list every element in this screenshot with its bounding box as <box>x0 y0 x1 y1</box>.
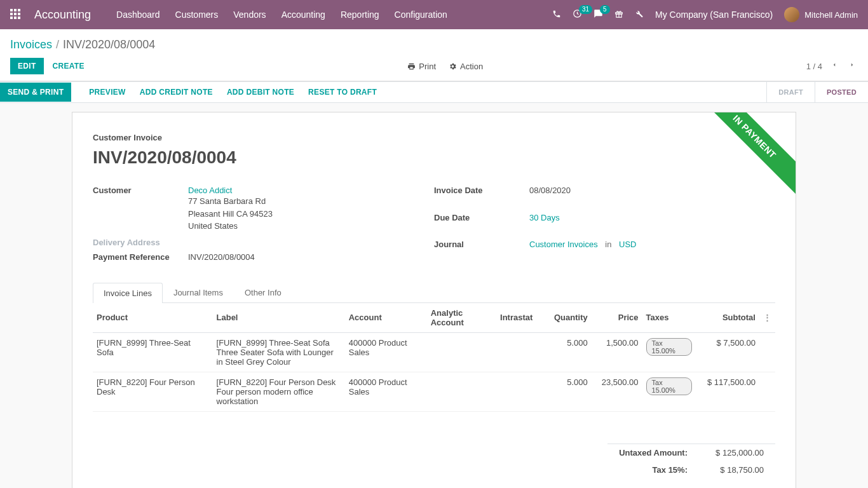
col-intrastat[interactable]: Intrastat <box>496 303 547 333</box>
due-date-label: Due Date <box>434 210 529 238</box>
stage-draft[interactable]: DRAFT <box>766 82 815 102</box>
tools-icon[interactable] <box>635 10 644 20</box>
pager-prev[interactable] <box>829 60 840 72</box>
activities-icon[interactable]: 31 <box>573 9 582 20</box>
tax-15-amount: $ 18,750.00 <box>699 461 775 478</box>
payment-reference: INV/2020/08/0004 <box>188 250 434 264</box>
reset-to-draft-button[interactable]: RESET TO DRAFT <box>308 88 377 97</box>
status-bar: SEND & PRINT PREVIEW ADD CREDIT NOTE ADD… <box>0 81 868 103</box>
delivery-address <box>188 235 434 250</box>
create-button[interactable]: CREATE <box>53 62 85 71</box>
chevron-left-icon <box>831 60 837 69</box>
menu-dashboard[interactable]: Dashboard <box>116 10 160 20</box>
breadcrumb-current: INV/2020/08/0004 <box>63 38 155 51</box>
customer-link[interactable]: Deco Addict <box>188 186 232 195</box>
pager-next[interactable] <box>846 60 858 72</box>
chevron-right-icon <box>849 60 855 69</box>
phone-icon[interactable] <box>552 10 561 20</box>
apps-icon[interactable] <box>10 9 22 20</box>
app-title: Accounting <box>34 8 91 22</box>
doc-title: INV/2020/08/0004 <box>93 147 775 168</box>
untaxed-amount: $ 125,000.00 <box>699 444 775 461</box>
breadcrumb-root[interactable]: Invoices <box>10 38 52 51</box>
tab-journal-items[interactable]: Journal Items <box>163 282 234 302</box>
form-sheet: IN PAYMENT Customer Invoice INV/2020/08/… <box>72 112 796 488</box>
tax-pill: Tax 15.00% <box>646 338 693 356</box>
col-subtotal[interactable]: Subtotal <box>696 303 759 333</box>
control-bar: Invoices / INV/2020/08/0004 EDIT CREATE … <box>0 29 868 81</box>
customer-address: 77 Santa Barbara Rd Pleasant Hill CA 945… <box>188 195 434 233</box>
tab-other-info[interactable]: Other Info <box>234 282 292 302</box>
table-row[interactable]: [FURN_8999] Three-Seat Sofa [FURN_8999] … <box>93 332 775 372</box>
in-word: in <box>605 240 611 249</box>
payment-reference-label: Payment Reference <box>93 250 188 264</box>
gift-icon[interactable] <box>614 10 623 20</box>
messages-badge: 5 <box>600 5 610 14</box>
menu-configuration[interactable]: Configuration <box>395 10 447 20</box>
add-credit-note-button[interactable]: ADD CREDIT NOTE <box>140 88 213 97</box>
company-selector[interactable]: My Company (San Francisco) <box>655 10 773 20</box>
col-analytic[interactable]: Analytic Account <box>427 303 496 333</box>
pager-text: 1 / 4 <box>806 62 822 71</box>
columns-menu-icon[interactable]: ⋮ <box>763 313 771 322</box>
due-date-link[interactable]: 30 Days <box>529 213 560 222</box>
user-menu[interactable]: Mitchell Admin <box>784 7 858 22</box>
table-row[interactable]: [FURN_8220] Four Person Desk [FURN_8220]… <box>93 372 775 411</box>
send-print-button[interactable]: SEND & PRINT <box>0 83 71 102</box>
col-price[interactable]: Price <box>592 303 642 333</box>
print-icon <box>407 62 416 71</box>
tax-15-label: Tax 15%: <box>607 461 699 478</box>
menu-accounting[interactable]: Accounting <box>281 10 325 20</box>
tab-invoice-lines[interactable]: Invoice Lines <box>93 283 163 303</box>
customer-label: Customer <box>93 183 188 235</box>
breadcrumb-sep: / <box>56 38 59 51</box>
col-label[interactable]: Label <box>213 303 345 333</box>
col-quantity[interactable]: Quantity <box>547 303 592 333</box>
add-debit-note-button[interactable]: ADD DEBIT NOTE <box>227 88 294 97</box>
avatar <box>784 7 799 22</box>
stage-posted[interactable]: POSTED <box>815 82 868 102</box>
journal-label: Journal <box>434 237 529 264</box>
totals: Untaxed Amount: $ 125,000.00 Tax 15%: $ … <box>93 444 775 478</box>
gear-icon <box>449 62 457 71</box>
doc-type: Customer Invoice <box>93 133 775 142</box>
col-product[interactable]: Product <box>93 303 213 333</box>
menu-reporting[interactable]: Reporting <box>341 10 379 20</box>
messages-icon[interactable]: 5 <box>593 9 603 20</box>
invoice-date-label: Invoice Date <box>434 183 529 210</box>
delivery-address-label: Delivery Address <box>93 235 188 250</box>
preview-button[interactable]: PREVIEW <box>89 88 125 97</box>
user-name: Mitchell Admin <box>804 10 858 20</box>
edit-button[interactable]: EDIT <box>10 58 44 74</box>
main-menu: Dashboard Customers Vendors Accounting R… <box>116 10 552 20</box>
action-button[interactable]: Action <box>449 62 483 71</box>
journal-link[interactable]: Customer Invoices <box>529 240 598 249</box>
col-account[interactable]: Account <box>345 303 427 333</box>
print-button[interactable]: Print <box>407 62 436 71</box>
breadcrumb: Invoices / INV/2020/08/0004 <box>0 29 868 54</box>
pager: 1 / 4 <box>806 60 858 72</box>
invoice-tabs: Invoice Lines Journal Items Other Info <box>93 282 775 303</box>
untaxed-amount-label: Untaxed Amount: <box>607 444 699 461</box>
activities-badge: 31 <box>579 5 592 14</box>
currency-link[interactable]: USD <box>619 240 636 249</box>
col-taxes[interactable]: Taxes <box>642 303 696 333</box>
stages: DRAFT POSTED <box>766 82 868 102</box>
top-nav: Accounting Dashboard Customers Vendors A… <box>0 0 868 29</box>
menu-customers[interactable]: Customers <box>175 10 219 20</box>
invoice-date: 08/08/2020 <box>529 183 775 210</box>
invoice-lines-table: Product Label Account Analytic Account I… <box>93 303 775 412</box>
menu-vendors[interactable]: Vendors <box>233 10 266 20</box>
tax-pill: Tax 15.00% <box>646 377 693 395</box>
